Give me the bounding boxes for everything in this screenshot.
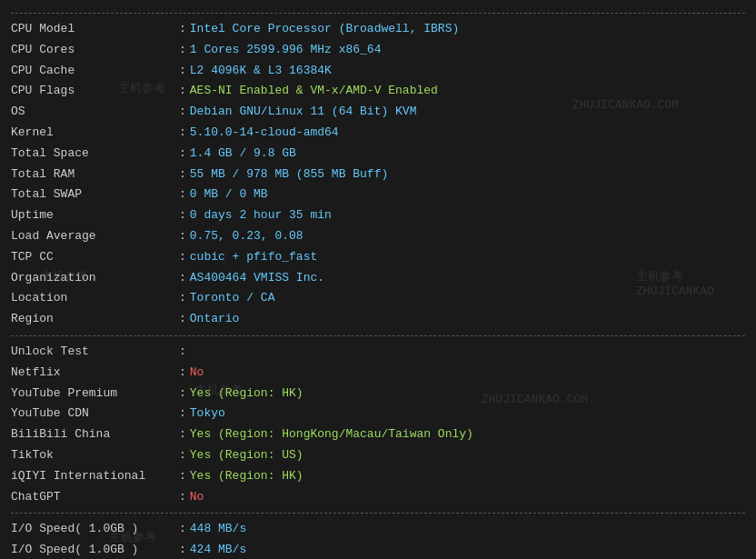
unlock-label: Unlock Test — [11, 343, 179, 362]
tcp-cc-row: TCP CC : cubic + pfifo_fast — [11, 247, 745, 268]
tiktok-value: Yes (Region: US) — [190, 446, 303, 465]
location-row: Location : Toronto / CA — [11, 288, 745, 309]
location-label: Location — [11, 289, 179, 308]
cpu-cores-label: CPU Cores — [11, 41, 179, 60]
io1-value: 448 MB/s — [190, 520, 246, 539]
os-row: OS : Debian GNU/Linux 11 (64 Bit) KVM — [11, 102, 745, 123]
youtube-premium-row: YouTube Premium : Yes (Region: HK) — [11, 384, 745, 404]
load-avg-value: 0.75, 0.23, 0.08 — [190, 227, 303, 246]
mid-divider-2 — [11, 513, 745, 514]
netflix-value: No — [190, 364, 204, 383]
total-ram-value: 55 MB / 978 MB (855 MB Buff) — [190, 165, 388, 185]
netflix-label: Netflix — [11, 364, 179, 383]
total-space-value: 1.4 GB / 9.8 GB — [190, 145, 296, 164]
total-swap-value: 0 MB / 0 MB — [190, 185, 268, 205]
iqiyi-value: Yes (Region: HK) — [190, 467, 303, 486]
tcp-cc-label: TCP CC — [11, 248, 179, 267]
cpu-cores-row: CPU Cores : 1 Cores 2599.996 MHz x86_64 — [11, 40, 745, 61]
io2-value: 424 MB/s — [190, 541, 246, 559]
mid-divider-1 — [11, 335, 745, 336]
unlock-header-row: Unlock Test : — [11, 342, 745, 363]
uptime-value: 0 days 2 hour 35 min — [190, 206, 332, 225]
youtube-premium-label: YouTube Premium — [11, 384, 179, 404]
uptime-row: Uptime : 0 days 2 hour 35 min — [11, 205, 745, 226]
cpu-cache-row: CPU Cache : L2 4096K & L3 16384K — [11, 61, 745, 82]
bilibili-label: BiliBili China — [11, 425, 179, 444]
youtube-cdn-label: YouTube CDN — [11, 404, 179, 424]
uptime-label: Uptime — [11, 206, 179, 225]
cpu-model-label: CPU Model — [11, 20, 179, 39]
location-value: Toronto / CA — [190, 289, 275, 308]
bilibili-value: Yes (Region: HongKong/Macau/Taiwan Only) — [190, 425, 473, 444]
cpu-cache-value: L2 4096K & L3 16384K — [190, 62, 332, 81]
region-label: Region — [11, 310, 179, 329]
youtube-cdn-row: YouTube CDN : Tokyo — [11, 404, 745, 424]
chatgpt-row: ChatGPT : No — [11, 487, 745, 508]
cpu-model-row: CPU Model : Intel Core Processor (Broadw… — [11, 19, 745, 40]
io1-label: I/O Speed( 1.0GB ) — [11, 520, 179, 539]
org-row: Organization : AS400464 VMISS Inc. — [11, 268, 745, 289]
total-ram-label: Total RAM — [11, 165, 179, 185]
load-avg-label: Load Average — [11, 227, 179, 246]
os-label: OS — [11, 103, 179, 122]
netflix-row: Netflix : No — [11, 363, 745, 384]
io2-label: I/O Speed( 1.0GB ) — [11, 541, 179, 559]
region-row: Region : Ontario — [11, 309, 745, 330]
chatgpt-value: No — [190, 488, 204, 507]
io2-row: I/O Speed( 1.0GB ) : 424 MB/s — [11, 540, 745, 559]
region-value: Ontario — [190, 310, 240, 329]
total-swap-row: Total SWAP : 0 MB / 0 MB — [11, 185, 745, 205]
iqiyi-label: iQIYI International — [11, 467, 179, 486]
tcp-cc-value: cubic + pfifo_fast — [190, 248, 317, 267]
total-space-label: Total Space — [11, 145, 179, 164]
cpu-flags-value: AES-NI Enabled & VM-x/AMD-V Enabled — [190, 82, 438, 101]
top-divider — [11, 13, 745, 14]
org-value: AS400464 VMISS Inc. — [190, 269, 324, 288]
kernel-row: Kernel : 5.10.0-14-cloud-amd64 — [11, 123, 745, 144]
cpu-cache-label: CPU Cache — [11, 62, 179, 81]
tiktok-label: TikTok — [11, 446, 179, 465]
kernel-label: Kernel — [11, 124, 179, 143]
cpu-model-value: Intel Core Processor (Broadwell, IBRS) — [190, 20, 459, 39]
chatgpt-label: ChatGPT — [11, 488, 179, 507]
total-swap-label: Total SWAP — [11, 185, 179, 205]
tiktok-row: TikTok : Yes (Region: US) — [11, 445, 745, 466]
cpu-cores-value: 1 Cores 2599.996 MHz x86_64 — [190, 41, 382, 60]
os-value: Debian GNU/Linux 11 (64 Bit) KVM — [190, 103, 417, 122]
total-ram-row: Total RAM : 55 MB / 978 MB (855 MB Buff) — [11, 165, 745, 185]
total-space-row: Total Space : 1.4 GB / 9.8 GB — [11, 144, 745, 165]
org-label: Organization — [11, 269, 179, 288]
youtube-cdn-value: Tokyo — [190, 404, 225, 424]
iqiyi-row: iQIYI International : Yes (Region: HK) — [11, 466, 745, 487]
cpu-flags-label: CPU Flags — [11, 82, 179, 101]
cpu-flags-row: CPU Flags : AES-NI Enabled & VM-x/AMD-V … — [11, 81, 745, 102]
io1-row: I/O Speed( 1.0GB ) : 448 MB/s — [11, 519, 745, 540]
youtube-premium-value: Yes (Region: HK) — [190, 384, 303, 404]
bilibili-row: BiliBili China : Yes (Region: HongKong/M… — [11, 424, 745, 445]
kernel-value: 5.10.0-14-cloud-amd64 — [190, 124, 339, 143]
load-avg-row: Load Average : 0.75, 0.23, 0.08 — [11, 226, 745, 247]
